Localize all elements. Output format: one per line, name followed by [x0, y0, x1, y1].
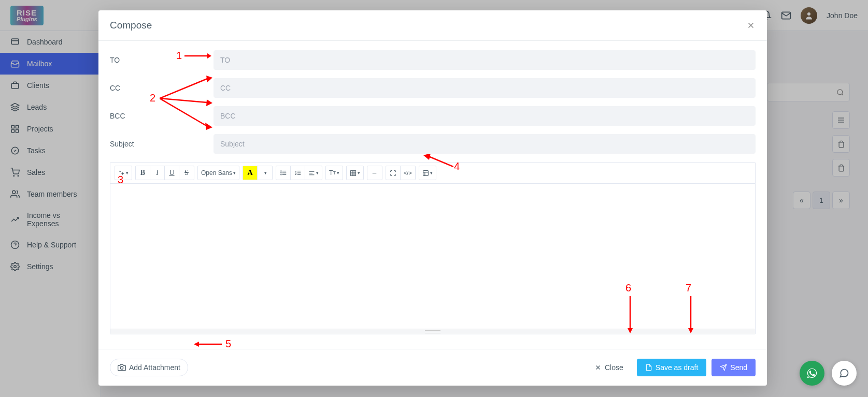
cc-input[interactable]: [214, 78, 756, 98]
layout-button[interactable]: ▾: [419, 166, 436, 180]
close-button[interactable]: Close: [586, 359, 632, 376]
editor-resize-handle[interactable]: [110, 329, 755, 334]
subject-label: Subject: [110, 140, 214, 148]
editor-content[interactable]: [110, 184, 755, 329]
ol-button[interactable]: [291, 166, 305, 180]
editor-toolbar: ▾ B I U S Open Sans▾ A ▾ ▾ TT▾: [110, 163, 755, 184]
subject-input[interactable]: [214, 134, 756, 154]
bcc-input[interactable]: [214, 106, 756, 126]
bold-button[interactable]: B: [136, 166, 150, 180]
whatsapp-icon: [806, 367, 818, 379]
hr-button[interactable]: [367, 166, 382, 180]
align-button[interactable]: ▾: [305, 166, 322, 180]
camera-icon: [118, 363, 126, 372]
x-icon: [594, 364, 602, 371]
compose-modal: Compose TO CC BCC Subject ▾ B I: [98, 10, 767, 386]
to-input[interactable]: [214, 50, 756, 70]
svg-point-25: [280, 174, 281, 175]
close-label: Close: [605, 363, 623, 372]
italic-button[interactable]: I: [150, 166, 165, 180]
font-color-caret[interactable]: ▾: [258, 166, 272, 180]
close-icon[interactable]: [746, 21, 756, 30]
send-button[interactable]: Send: [712, 359, 756, 376]
table-button[interactable]: ▾: [347, 166, 363, 180]
svg-rect-32: [351, 170, 356, 175]
attach-label: Add Attachment: [129, 363, 180, 372]
ul-button[interactable]: [276, 166, 291, 180]
svg-point-23: [280, 171, 281, 171]
send-label: Send: [730, 363, 747, 372]
modal-title: Compose: [110, 20, 152, 31]
to-label: TO: [110, 56, 214, 64]
cc-label: CC: [110, 84, 214, 92]
svg-rect-38: [423, 170, 429, 175]
strike-button[interactable]: S: [179, 166, 194, 180]
magic-icon[interactable]: ▾: [115, 166, 132, 180]
font-color-button[interactable]: A: [243, 166, 258, 180]
svg-point-24: [280, 172, 281, 173]
chat-button[interactable]: [832, 361, 857, 386]
save-draft-button[interactable]: Save as draft: [637, 359, 707, 376]
font-family-select[interactable]: Open Sans▾: [198, 166, 239, 180]
chat-icon: [839, 368, 849, 378]
bcc-label: BCC: [110, 112, 214, 120]
codeview-button[interactable]: </>: [401, 166, 415, 180]
whatsapp-button[interactable]: [800, 361, 824, 386]
svg-point-41: [120, 366, 123, 369]
add-attachment-button[interactable]: Add Attachment: [110, 359, 188, 376]
send-icon: [720, 364, 727, 371]
fullscreen-button[interactable]: [386, 166, 401, 180]
underline-button[interactable]: U: [165, 166, 179, 180]
file-icon: [645, 364, 652, 371]
editor: ▾ B I U S Open Sans▾ A ▾ ▾ TT▾: [110, 162, 756, 334]
style-button[interactable]: TT▾: [326, 166, 343, 180]
draft-label: Save as draft: [656, 363, 699, 372]
